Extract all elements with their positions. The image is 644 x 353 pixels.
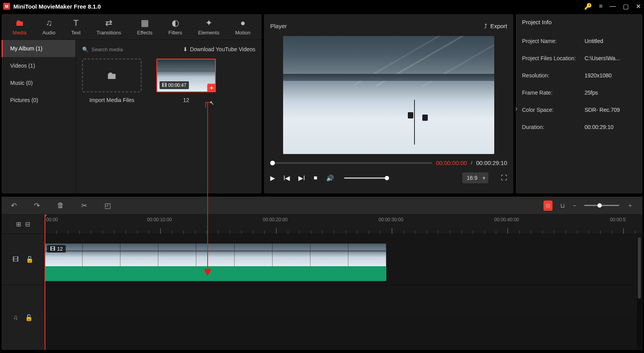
album-pictures[interactable]: Pictures (0) [2,91,75,109]
tab-filters[interactable]: ◐Filters [165,16,186,37]
timeline-ruler[interactable]: 00:00 00:00:10:00 00:00:20:00 00:00:30:0… [45,215,642,234]
razor-tool-button[interactable]: ⧉ [544,201,553,211]
volume-icon[interactable]: 🔊 [326,174,334,182]
audio-track-icon: ♫ [13,314,18,321]
scrub-bar[interactable] [270,162,432,164]
tab-transitions[interactable]: ⇄Transitions [93,16,125,37]
tab-transitions-label: Transitions [97,30,121,36]
app-title: MiniTool MovieMaker Free 8.1.0 [13,3,584,10]
timeline-scrollbar[interactable] [637,237,642,348]
ruler-tick-0: 00:00 [46,217,58,222]
tab-audio[interactable]: ♫Audio [38,16,59,37]
app-icon: M [3,3,10,10]
maximize-button[interactable]: ▢ [623,3,629,10]
download-icon: ⬇ [183,46,188,52]
clip-thumbnail[interactable]: 🎞 00:00:47 + [156,59,216,92]
video-track[interactable]: 🎞12 [45,234,642,285]
scrub-handle[interactable] [270,161,275,165]
ruler-tick-10: 00:00:10:00 [147,217,172,222]
minimize-button[interactable]: — [610,3,616,10]
split-button[interactable]: ✂ [81,201,87,210]
ruler-tick-30: 00:00:30:00 [379,217,403,222]
audio-lock-icon[interactable]: 🔓 [25,314,33,321]
add-track-button[interactable]: ⊞ [16,220,21,228]
import-media-tile[interactable]: 🖿 Import Media Files [82,59,142,103]
aspect-ratio-select[interactable]: 16:9 [462,172,488,183]
fullscreen-button[interactable]: ⛶ [501,174,507,181]
media-panel: 🖿Media ♫Audio TText ⇄Transitions ▦Effect… [2,14,262,194]
timeline-tracks[interactable]: 00:00 00:00:10:00 00:00:20:00 00:00:30:0… [45,215,642,350]
tab-motion[interactable]: ●Motion [231,16,255,37]
album-sidebar: My Album (1) Videos (1) Music (0) Pictur… [2,40,76,194]
crop-button[interactable]: ◰ [104,201,111,210]
export-label: Export [490,23,507,29]
total-time: 00:00:29:10 [476,159,507,166]
text-icon: T [73,18,78,28]
download-youtube-button[interactable]: ⬇ Download YouTube Videos [183,46,255,52]
info-name-label: Project Name: [522,38,585,44]
remove-track-button[interactable]: ⊟ [25,220,30,228]
delete-button[interactable]: 🗑 [57,201,64,210]
tab-effects-label: Effects [137,30,153,36]
undo-button[interactable]: ↶ [11,201,17,210]
zoom-slider[interactable] [584,205,619,206]
album-videos[interactable]: Videos (1) [2,57,75,74]
media-clip-tile[interactable]: 🎞 00:00:47 + 12 [156,59,216,103]
timeline-clip[interactable]: 🎞12 [45,244,386,281]
playhead[interactable] [45,215,45,350]
close-button[interactable]: ✕ [636,3,641,10]
redo-button[interactable]: ↷ [34,201,40,210]
info-fps-label: Frame Rate: [522,90,585,96]
project-info-panel: › Project Info Project Name:Untitled Pro… [516,14,642,194]
tab-elements[interactable]: ✦Elements [194,16,223,37]
zoom-in-button[interactable]: ＋ [627,202,633,209]
volume-slider[interactable] [344,177,387,179]
timeline-panel: ↶ ↷ 🗑 ✂ ◰ ⧉ ⊔ − ＋ ⊞ ⊟ 🎞 🔓 ♫ 🔓 [2,197,642,350]
transition-icon: ⇄ [105,18,112,28]
clip-duration: 00:00:47 [168,82,187,88]
info-dur-value: 00:00:29:10 [585,124,636,130]
tab-motion-label: Motion [235,30,251,36]
video-preview[interactable] [283,36,494,154]
clip-name: 12 [183,97,189,103]
collapse-info-icon[interactable]: › [515,104,518,113]
video-lock-icon[interactable]: 🔓 [26,256,34,263]
elements-icon: ✦ [205,18,212,28]
info-res-label: Resolution: [522,72,585,79]
stop-button[interactable]: ■ [314,174,318,181]
audio-track[interactable] [45,285,642,316]
tab-media[interactable]: 🖿Media [9,16,30,37]
export-button[interactable]: ⤴ Export [484,23,507,29]
album-music[interactable]: Music (0) [2,74,75,91]
effects-icon: ▦ [141,18,149,28]
top-tabs: 🖿Media ♫Audio TText ⇄Transitions ▦Effect… [2,14,262,40]
video-track-icon: 🎞 [13,256,19,263]
tab-media-label: Media [13,30,26,36]
info-fps-value: 25fps [585,90,636,96]
zoom-out-button[interactable]: − [573,202,576,209]
tab-effects[interactable]: ▦Effects [133,16,157,37]
motion-icon: ● [240,18,245,28]
tab-filters-label: Filters [169,30,182,36]
current-time: 00:00:00:00 [436,159,467,166]
prev-frame-button[interactable]: I◀ [283,174,290,182]
album-my-album[interactable]: My Album (1) [2,40,75,57]
info-cs-value: SDR- Rec.709 [585,107,636,113]
magnet-button[interactable]: ⊔ [560,202,565,209]
next-frame-button[interactable]: ▶I [298,174,305,182]
scrollbar-thumb[interactable] [638,237,641,299]
add-to-timeline-button[interactable]: + [207,84,216,92]
annotation-cursor-icon: ↖ [210,100,214,106]
info-name-value: Untitled [585,38,636,44]
upgrade-key-icon[interactable]: 🔑 [584,3,592,10]
info-dur-label: Duration: [522,124,585,130]
search-input[interactable]: 🔍 Search media [82,47,179,52]
hamburger-menu-icon[interactable]: ≡ [599,3,603,10]
info-loc-label: Project Files Location: [522,55,585,61]
timeline-toolbar: ↶ ↷ 🗑 ✂ ◰ ⧉ ⊔ − ＋ [2,197,642,215]
tab-text[interactable]: TText [67,16,84,37]
ruler-tick-50: 00:00:5 [610,217,626,222]
ruler-tick-20: 00:00:20:00 [263,217,287,222]
project-info-title: Project Info [522,19,636,25]
play-button[interactable]: ▶ [270,174,275,182]
